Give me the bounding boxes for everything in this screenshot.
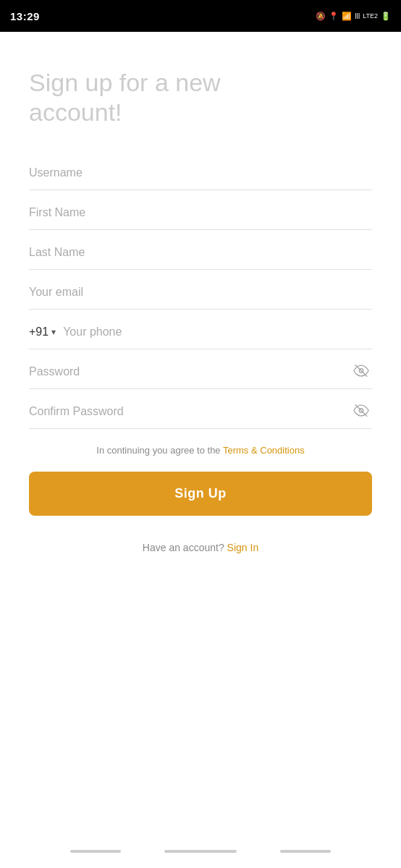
email-field-group (29, 276, 372, 310)
bottom-indicator-center (164, 850, 237, 853)
bottom-indicator-left (70, 850, 121, 853)
last-name-field-group (29, 236, 372, 270)
phone-input[interactable] (63, 315, 372, 349)
country-code-value: +91 (29, 326, 48, 339)
username-input[interactable] (29, 156, 372, 190)
lte-icon: LTE2 (363, 12, 378, 20)
bottom-indicator-right (280, 850, 331, 853)
username-field-group (29, 156, 372, 190)
phone-field-group: +91 ▾ (29, 315, 372, 349)
password-eye-icon[interactable] (353, 363, 369, 381)
terms-text: In continuing you agree to the Terms & C… (29, 443, 372, 458)
last-name-input[interactable] (29, 236, 372, 270)
wifi-icon: 📶 (342, 12, 352, 21)
page-title: Sign up for a new account! (29, 68, 372, 127)
signin-row: Have an account? Sign In (29, 542, 372, 553)
password-input[interactable] (29, 355, 372, 389)
signup-button[interactable]: Sign Up (29, 472, 372, 516)
country-code-selector[interactable]: +91 ▾ (29, 315, 63, 349)
status-icons: 🔕 📍 📶 lll LTE2 🔋 (316, 12, 391, 21)
signal-icon: lll (355, 12, 360, 20)
status-bar: 13:29 🔕 📍 📶 lll LTE2 🔋 (0, 0, 401, 32)
signin-link[interactable]: Sign In (227, 542, 259, 553)
password-field-group (29, 355, 372, 389)
confirm-password-field-group (29, 395, 372, 429)
battery-icon: 🔋 (381, 12, 391, 21)
main-content: Sign up for a new account! +91 ▾ (0, 32, 401, 839)
first-name-field-group (29, 196, 372, 230)
confirm-password-eye-icon[interactable] (353, 403, 369, 421)
chevron-down-icon: ▾ (51, 327, 56, 337)
terms-link[interactable]: Terms & Conditions (223, 445, 305, 456)
location-icon: 📍 (329, 12, 339, 21)
notification-icon: 🔕 (316, 12, 326, 21)
confirm-password-input[interactable] (29, 395, 372, 429)
first-name-input[interactable] (29, 196, 372, 230)
email-input[interactable] (29, 276, 372, 310)
bottom-nav-bar (0, 839, 401, 868)
status-time: 13:29 (10, 10, 40, 22)
